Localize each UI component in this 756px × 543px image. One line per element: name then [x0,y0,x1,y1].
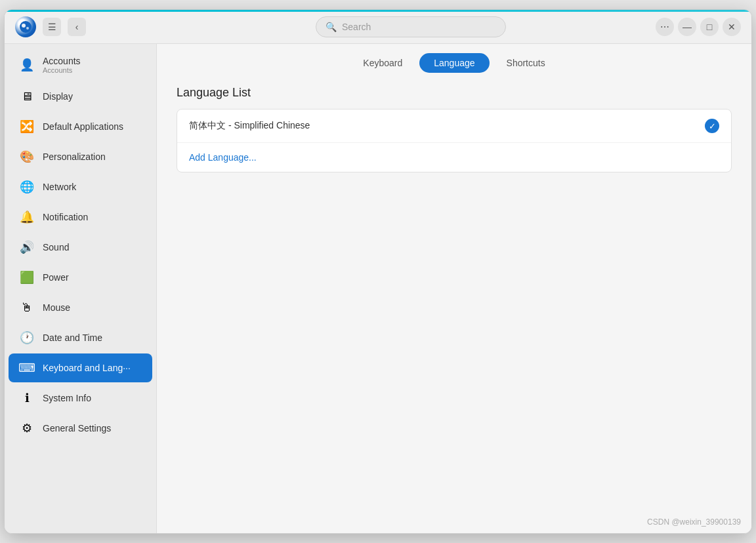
sidebar-icon-network: 🌐 [19,179,35,195]
sidebar-item-label-date-and-time: Date and Time [43,332,102,343]
sidebar-item-label-notification: Notification [43,212,88,222]
sidebar-item-content-sound: Sound [43,242,69,252]
more-button[interactable]: ⋯ [656,18,674,36]
tab-language[interactable]: Language [419,53,489,73]
sidebar-item-keyboard-and-lang[interactable]: ⌨ Keyboard and Lang··· [9,353,152,382]
settings-window: ☰ ‹ 🔍 Search ⋯ — □ ✕ 👤 Accounts Accounts [4,9,752,534]
sidebar-item-general-settings[interactable]: ⚙ General Settings [9,414,152,443]
svg-point-0 [20,21,32,33]
sidebar-icon-general-settings: ⚙ [19,420,35,436]
sidebar-item-label-keyboard-and-lang: Keyboard and Lang··· [43,363,131,373]
titlebar-left: ☰ ‹ [15,16,173,37]
search-label: Search [342,22,371,32]
sidebar-icon-accounts: 👤 [19,57,35,73]
language-check-zh: ✓ [705,119,719,133]
sidebar-icon-power: 🟩 [19,270,35,285]
sidebar-item-label-mouse: Mouse [43,302,70,313]
add-language-button[interactable]: Add Language... [189,152,257,163]
sidebar-icon-display: 🖥 [19,89,35,104]
sidebar-item-sound[interactable]: 🔊 Sound [9,233,152,262]
sidebar-item-label-network: Network [43,182,76,192]
svg-point-1 [22,24,26,28]
minimize-button[interactable]: — [678,18,696,36]
sidebar-item-network[interactable]: 🌐 Network [9,172,152,201]
sidebar-item-content-accounts: Accounts Accounts [43,56,81,74]
sidebar-item-mouse[interactable]: 🖱 Mouse [9,293,152,322]
sidebar-item-label-general-settings: General Settings [43,423,111,433]
section-title: Language List [177,86,732,100]
sidebar-item-content-personalization: Personalization [43,151,106,162]
sidebar-item-content-mouse: Mouse [43,302,70,313]
sidebar-icon-mouse: 🖱 [19,300,35,315]
sidebar-item-label-system-info: System Info [43,393,91,403]
sidebar-item-content-general-settings: General Settings [43,423,111,433]
sidebar-icon-personalization: 🎨 [19,149,35,165]
tab-keyboard[interactable]: Keyboard [348,53,417,73]
sidebar-item-content-power: Power [43,272,69,283]
sidebar-item-display[interactable]: 🖥 Display [9,82,152,111]
sidebar-icon-notification: 🔔 [19,209,35,225]
sidebar-toggle-button[interactable]: ☰ [43,18,61,36]
sidebar-item-content-date-and-time: Date and Time [43,332,102,343]
tab-shortcuts[interactable]: Shortcuts [492,53,560,73]
maximize-button[interactable]: □ [700,18,719,36]
sidebar-item-system-info[interactable]: ℹ System Info [9,384,152,412]
sidebar-item-content-keyboard-and-lang: Keyboard and Lang··· [43,363,131,373]
sidebar-item-content-network: Network [43,182,76,192]
sidebar-item-content-default-applications: Default Applications [43,121,123,132]
watermark: CSDN @weixin_39900139 [647,517,741,527]
language-list: 简体中文 - Simplified Chinese ✓ Add Language… [177,109,732,172]
language-name-zh: 简体中文 - Simplified Chinese [189,120,310,132]
svg-point-2 [26,27,29,30]
titlebar-right: ⋯ — □ ✕ [649,18,741,36]
content-area: KeyboardLanguageShortcuts Language List … [157,44,751,533]
main-area: 👤 Accounts Accounts 🖥 Display 🔀 Default … [5,44,751,533]
sidebar-item-content-display: Display [43,91,73,102]
add-language-item[interactable]: Add Language... [177,143,731,172]
sidebar-item-date-and-time[interactable]: 🕐 Date and Time [9,323,152,352]
sidebar: 👤 Accounts Accounts 🖥 Display 🔀 Default … [5,44,157,533]
sidebar-item-label-personalization: Personalization [43,151,106,162]
sidebar-icon-sound: 🔊 [19,239,35,255]
language-item-zh: 简体中文 - Simplified Chinese ✓ [177,110,731,143]
app-logo [15,16,36,37]
sidebar-item-personalization[interactable]: 🎨 Personalization [9,142,152,171]
sidebar-icon-system-info: ℹ [19,390,35,406]
search-bar: 🔍 Search [173,16,649,37]
search-input-wrap[interactable]: 🔍 Search [316,16,506,37]
sidebar-item-accounts[interactable]: 👤 Accounts Accounts [9,49,152,81]
sidebar-item-power[interactable]: 🟩 Power [9,263,152,292]
close-button[interactable]: ✕ [723,18,741,36]
sidebar-item-label-accounts: Accounts [43,56,81,66]
sidebar-icon-date-and-time: 🕐 [19,330,35,346]
sidebar-item-notification[interactable]: 🔔 Notification [9,203,152,231]
sidebar-item-sublabel-accounts: Accounts [43,66,81,74]
sidebar-item-label-default-applications: Default Applications [43,121,123,132]
sidebar-item-label-sound: Sound [43,242,69,252]
sidebar-icon-keyboard-and-lang: ⌨ [19,360,35,376]
sidebar-item-label-display: Display [43,91,73,102]
search-icon: 🔍 [326,22,337,32]
sidebar-item-content-notification: Notification [43,212,88,222]
back-button[interactable]: ‹ [68,18,86,36]
sidebar-item-default-applications[interactable]: 🔀 Default Applications [9,112,152,141]
sidebar-icon-default-applications: 🔀 [19,119,35,134]
sidebar-item-content-system-info: System Info [43,393,91,403]
sidebar-item-label-power: Power [43,272,69,283]
titlebar: ☰ ‹ 🔍 Search ⋯ — □ ✕ [5,10,751,44]
tabs-bar: KeyboardLanguageShortcuts [157,44,751,79]
content-body: Language List 简体中文 - Simplified Chinese … [157,79,751,533]
